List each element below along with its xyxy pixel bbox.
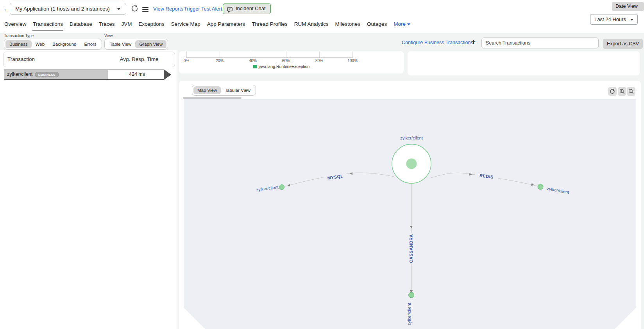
- transaction-name: zylker/client: [7, 72, 32, 77]
- transactions-panel: Transaction Avg. Resp. Time zylker/clien…: [0, 50, 177, 329]
- link-separator: |: [181, 5, 182, 11]
- top-bar: ← My Application (1 hosts and 2 instance…: [0, 0, 644, 18]
- tab-exceptions[interactable]: Exceptions: [138, 20, 165, 30]
- axis-tick: [286, 51, 286, 57]
- view-segmented-control: Table View Graph View: [104, 39, 168, 50]
- transaction-type-label: Transaction Type: [4, 34, 34, 38]
- cassandra-node-dot[interactable]: [409, 292, 414, 298]
- export-csv-button[interactable]: Export as CSV: [603, 39, 643, 49]
- view-graph[interactable]: Graph View: [135, 40, 166, 48]
- date-view-button[interactable]: Date View: [612, 2, 644, 11]
- chevron-down-icon: [117, 8, 120, 10]
- map-view-segmented-control: Map View Tabular View: [192, 85, 256, 96]
- chat-bubble-icon: [227, 6, 233, 16]
- incident-chat-label: Incident Chat: [236, 5, 266, 11]
- arrow-icon: [531, 183, 534, 186]
- center-node-dot: [406, 159, 417, 169]
- arrow-icon: [287, 184, 290, 187]
- map-zoom-out-button[interactable]: [627, 87, 635, 96]
- tab-transactions[interactable]: Transactions: [32, 20, 63, 31]
- map-zoom-in-button[interactable]: [618, 87, 626, 96]
- tab-more[interactable]: More: [393, 20, 411, 30]
- center-node-label[interactable]: zylker/client: [394, 136, 429, 140]
- date-view-label: Date View: [615, 4, 638, 9]
- arrow-icon: [350, 172, 353, 175]
- filter-web[interactable]: Web: [32, 40, 48, 48]
- tab-traces[interactable]: Traces: [98, 20, 115, 30]
- add-transaction-icon[interactable]: +: [471, 38, 476, 46]
- service-map-graph: [184, 99, 636, 329]
- horizontal-scrollbar-thumb[interactable]: [183, 97, 242, 99]
- arrow-icon: [410, 226, 413, 229]
- chevron-down-icon: [630, 19, 633, 21]
- search-transactions-input[interactable]: [481, 38, 599, 48]
- axis-tick: [319, 51, 320, 57]
- filter-background[interactable]: Background: [48, 40, 80, 48]
- time-range-select[interactable]: Last 24 Hours: [590, 14, 638, 25]
- avg-resp-time-value: 424 ms: [129, 72, 145, 77]
- edge-label-cassandra[interactable]: CASSANDRA: [409, 233, 413, 264]
- selected-row-arrow: [164, 70, 171, 80]
- application-selector[interactable]: My Application (1 hosts and 2 instances): [10, 3, 126, 15]
- filter-errors[interactable]: Errors: [80, 40, 100, 48]
- tick-label-0: 0%: [179, 59, 194, 63]
- tab-milestones[interactable]: Milestones: [335, 20, 361, 30]
- refresh-icon[interactable]: [131, 5, 138, 14]
- tab-app-parameters[interactable]: App Parameters: [207, 20, 246, 30]
- axis-tick: [220, 51, 220, 57]
- legend-swatch: [253, 65, 257, 68]
- tick-label-20: 20%: [212, 59, 227, 63]
- tick-label-80: 80%: [311, 59, 327, 63]
- tab-database[interactable]: Database: [69, 20, 93, 30]
- time-range-value: Last 24 Hours: [594, 16, 626, 22]
- tick-label-40: 40%: [245, 59, 261, 63]
- filter-business[interactable]: Business: [5, 40, 32, 48]
- tab-outages[interactable]: Outages: [367, 20, 387, 30]
- trigger-test-alert-link[interactable]: Trigger Test Alert: [184, 6, 222, 12]
- more-label: More: [394, 21, 406, 27]
- configure-business-transactions-link[interactable]: Configure Business Transactions: [402, 40, 473, 45]
- tick-label-60: 60%: [278, 59, 294, 63]
- tick-label-100: 100%: [345, 59, 360, 63]
- service-map-canvas[interactable]: zylker/client MYSQL REDIS CASSANDRA zylk…: [184, 99, 636, 329]
- tab-jvm[interactable]: JVM: [121, 20, 132, 30]
- main-nav-tabs: Overview Transactions Database Traces JV…: [4, 20, 411, 31]
- chevron-down-icon: [407, 23, 410, 25]
- transaction-type-badge: BUSINESS: [35, 72, 59, 77]
- arrow-icon: [469, 173, 472, 176]
- table-row[interactable]: zylker/client BUSINESS 424 ms: [4, 70, 164, 80]
- view-reports-link[interactable]: View Reports: [153, 6, 183, 12]
- transaction-type-segmented-control: Business Web Background Errors: [4, 39, 102, 50]
- tab-rum-analytics[interactable]: RUM Analytics: [294, 20, 329, 30]
- tab-service-map[interactable]: Service Map: [171, 20, 201, 30]
- menu-icon[interactable]: [142, 6, 148, 13]
- axis-tick: [253, 51, 253, 57]
- chart-legend: java.lang.RuntimeException: [253, 64, 309, 69]
- view-label: View: [104, 34, 113, 38]
- tab-overview[interactable]: Overview: [4, 20, 27, 30]
- application-selector-value: My Application (1 hosts and 2 instances): [15, 6, 110, 12]
- back-arrow-icon[interactable]: ←: [3, 5, 10, 13]
- map-view-tab[interactable]: Map View: [193, 86, 221, 94]
- map-refresh-button[interactable]: [608, 87, 617, 96]
- secondary-card: [408, 51, 640, 75]
- x-axis-line: [186, 57, 353, 58]
- tab-thread-profiles[interactable]: Thread Profiles: [251, 20, 288, 30]
- column-transaction[interactable]: Transaction: [7, 56, 35, 62]
- cassandra-node-label[interactable]: zylker/client: [407, 299, 411, 329]
- column-avg-resp-time[interactable]: Avg. Resp. Time: [118, 56, 161, 62]
- axis-tick: [352, 51, 353, 57]
- transactions-table-header: Transaction Avg. Resp. Time: [3, 52, 175, 67]
- service-map-panel: Map View Tabular View: [179, 81, 641, 329]
- incident-chat-button[interactable]: Incident Chat: [223, 4, 271, 14]
- view-table[interactable]: Table View: [106, 40, 135, 48]
- axis-tick: [186, 51, 187, 57]
- tabular-view-tab[interactable]: Tabular View: [221, 86, 254, 94]
- legend-label: java.lang.RuntimeException: [259, 64, 309, 69]
- exceptions-chart-card: 0% 20% 40% 60% 80% 100% java.lang.Runtim…: [179, 51, 404, 73]
